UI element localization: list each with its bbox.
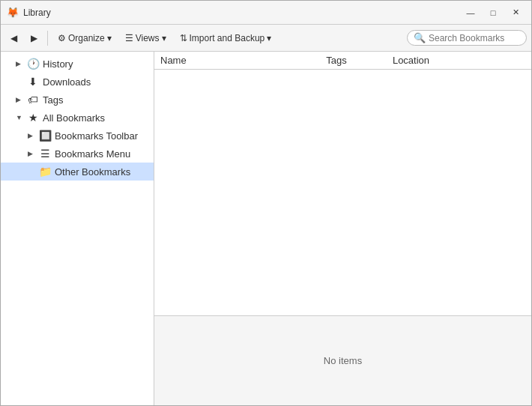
sidebar-item-other-bookmarks[interactable]: 📁 Other Bookmarks: [1, 163, 154, 181]
sidebar-item-label: All Bookmarks: [43, 112, 105, 124]
sidebar-item-label: Bookmarks Menu: [55, 148, 130, 160]
sidebar-item-all-bookmarks[interactable]: ▼ ★ All Bookmarks: [1, 109, 154, 127]
organize-arrow-icon: ▾: [107, 33, 112, 43]
forward-icon: ▶: [31, 33, 37, 43]
views-label: Views: [136, 33, 160, 43]
organize-label: Organize: [68, 33, 105, 43]
no-items-message: No items: [154, 315, 531, 405]
table-header: Name Tags Location: [154, 52, 531, 70]
table-body: [154, 70, 531, 315]
search-input[interactable]: [429, 33, 520, 43]
arrow-icon: ▶: [28, 150, 35, 157]
window-controls: — □ ✕: [461, 5, 525, 20]
item-icon: ⬇: [26, 76, 40, 88]
minimize-button[interactable]: —: [461, 5, 480, 20]
organize-button[interactable]: ⚙ Organize ▾: [52, 30, 117, 46]
sidebar-item-downloads[interactable]: ⬇ Downloads: [1, 73, 154, 91]
item-icon: ☰: [38, 148, 52, 160]
views-arrow-icon: ▾: [162, 33, 166, 43]
sidebar-item-bookmarks-menu[interactable]: ▶ ☰ Bookmarks Menu: [1, 145, 154, 163]
item-icon: 🔲: [38, 130, 52, 142]
item-icon: 📁: [38, 166, 52, 178]
toolbar: ◀ ▶ ⚙ Organize ▾ ☰ Views ▾ ⇅ Import and …: [1, 25, 531, 52]
item-icon: ★: [26, 112, 40, 124]
gear-icon: ⚙: [58, 33, 66, 43]
back-button[interactable]: ◀: [5, 30, 22, 46]
firefox-icon: 🦊: [7, 7, 19, 19]
sidebar: ▶ 🕐 History ⬇ Downloads ▶ 🏷 Tags ▼ ★ All…: [1, 52, 154, 405]
import-arrow-icon: ▾: [267, 33, 271, 43]
search-icon: 🔍: [414, 32, 426, 43]
sidebar-item-label: Downloads: [43, 76, 91, 88]
forward-button[interactable]: ▶: [25, 30, 43, 46]
views-button[interactable]: ☰ Views ▾: [120, 30, 172, 46]
content-area: ▶ 🕐 History ⬇ Downloads ▶ 🏷 Tags ▼ ★ All…: [1, 52, 531, 405]
sidebar-item-bookmarks-toolbar[interactable]: ▶ 🔲 Bookmarks Toolbar: [1, 127, 154, 145]
sidebar-item-label: History: [43, 58, 73, 70]
search-box[interactable]: 🔍: [407, 30, 527, 46]
back-icon: ◀: [10, 33, 17, 43]
separator-1: [47, 31, 48, 46]
col-header-name: Name: [160, 55, 326, 66]
window-title: Library: [23, 7, 461, 18]
maximize-button[interactable]: □: [483, 5, 503, 20]
import-icon: ⇅: [180, 33, 187, 43]
title-bar: 🦊 Library — □ ✕: [1, 1, 531, 25]
views-icon: ☰: [125, 33, 133, 43]
item-icon: 🏷: [26, 94, 40, 106]
arrow-icon: ▼: [16, 114, 23, 121]
sidebar-item-label: Bookmarks Toolbar: [55, 130, 138, 142]
col-header-tags: Tags: [326, 55, 393, 66]
item-icon: 🕐: [26, 58, 40, 70]
arrow-icon: ▶: [16, 96, 23, 103]
import-button[interactable]: ⇅ Import and Backup ▾: [175, 30, 277, 46]
sidebar-item-label: Other Bookmarks: [55, 166, 130, 178]
arrow-icon: ▶: [28, 132, 35, 139]
arrow-icon: ▶: [16, 60, 23, 67]
import-label: Import and Backup: [190, 33, 265, 43]
right-panel: Name Tags Location No items: [154, 52, 531, 405]
sidebar-item-history[interactable]: ▶ 🕐 History: [1, 55, 154, 73]
sidebar-item-label: Tags: [43, 94, 63, 106]
close-button[interactable]: ✕: [506, 5, 525, 20]
sidebar-item-tags[interactable]: ▶ 🏷 Tags: [1, 91, 154, 109]
library-window: 🦊 Library — □ ✕ ◀ ▶ ⚙ Organize ▾ ☰ Views…: [0, 0, 532, 406]
col-header-location: Location: [393, 55, 525, 66]
